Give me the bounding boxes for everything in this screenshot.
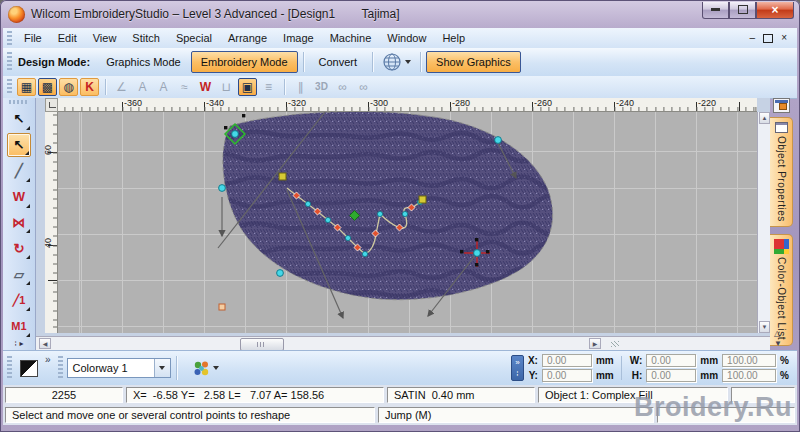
- stitch-count: 2255: [5, 387, 123, 403]
- h-field[interactable]: 0.00: [646, 369, 696, 382]
- colorway-select[interactable]: Colorway 1: [67, 358, 171, 378]
- knife-tool[interactable]: ╱: [7, 159, 31, 183]
- scroll-down-icon: ▼: [762, 324, 768, 330]
- menu-drag-handle[interactable]: [7, 31, 12, 45]
- close-button[interactable]: ×: [756, 2, 794, 19]
- toolbox-handle[interactable]: [9, 100, 28, 104]
- x-label: X:: [528, 355, 538, 366]
- h-label: H:: [630, 370, 643, 381]
- menu-machine[interactable]: Machine: [322, 30, 380, 46]
- y-label: Y:: [528, 370, 538, 381]
- effect-3d-icon[interactable]: 3D: [312, 78, 331, 96]
- reshape-tool[interactable]: ↖: [7, 133, 31, 157]
- program-split-icon[interactable]: ◍: [59, 78, 78, 96]
- select-tool[interactable]: ↖: [7, 107, 31, 131]
- w-unit: mm: [700, 355, 718, 366]
- scroll-right-icon: ▶: [593, 340, 598, 347]
- satin-lines-icon[interactable]: ≡: [259, 78, 278, 96]
- menu-arrange[interactable]: Arrange: [220, 30, 275, 46]
- colorway-dropdown-button[interactable]: [154, 359, 170, 377]
- tab-object-properties[interactable]: Object Properties: [770, 117, 793, 227]
- menu-edit[interactable]: Edit: [50, 30, 85, 46]
- menu-view[interactable]: View: [85, 30, 125, 46]
- lettering-b-icon[interactable]: A: [154, 78, 173, 96]
- scale-h-field[interactable]: 100.00: [722, 369, 776, 382]
- menu-stitch[interactable]: Stitch: [124, 30, 168, 46]
- menu-special[interactable]: Special: [168, 30, 220, 46]
- mixing-palette-button[interactable]: [190, 358, 222, 379]
- hoop-globe-button[interactable]: [378, 50, 415, 74]
- stitch-toolbar-handle[interactable]: [7, 79, 12, 94]
- properties-window-icon[interactable]: [773, 98, 790, 113]
- document-minimize-icon[interactable]: –: [750, 33, 756, 43]
- freehand-closed-tool[interactable]: ⋈: [7, 211, 31, 235]
- stipple-run-icon[interactable]: ∥: [291, 78, 310, 96]
- toolbox-overflow[interactable]: ⁞▸: [14, 339, 23, 350]
- freehand-run-tool[interactable]: W: [7, 185, 31, 209]
- vertical-ruler: 60 40: [45, 112, 58, 333]
- scroll-left-button[interactable]: ◀: [39, 338, 51, 349]
- polygon-icon: ▱: [14, 267, 24, 282]
- reshape-polygon-tool[interactable]: ▱: [7, 262, 31, 286]
- convert-button[interactable]: Convert: [309, 51, 368, 73]
- true-view-b-icon[interactable]: ∞: [354, 78, 373, 96]
- show-graphics-button[interactable]: Show Graphics: [426, 51, 521, 73]
- column-a-icon[interactable]: ∠: [112, 78, 131, 96]
- restore-button[interactable]: [729, 2, 756, 19]
- mode-toolbar-handle[interactable]: [7, 52, 12, 72]
- colorway-handle-2[interactable]: [58, 356, 63, 380]
- scroll-up-button[interactable]: ▲: [759, 112, 770, 124]
- dock-tabs: Object Properties Color-Object List △ ▼: [770, 98, 797, 350]
- menu-help[interactable]: Help: [434, 30, 473, 46]
- flexi-split-icon[interactable]: K: [80, 78, 99, 96]
- scroll-right-button[interactable]: ▶: [589, 338, 601, 349]
- menu-window[interactable]: Window: [379, 30, 434, 46]
- lettering-a-icon[interactable]: A: [133, 78, 152, 96]
- x-unit: mm: [596, 355, 614, 366]
- fill-stitch-icon[interactable]: ▦: [17, 78, 36, 96]
- embroidery-mode-button[interactable]: Embroidery Mode: [191, 51, 298, 73]
- scale-w-field[interactable]: 100.00: [722, 354, 776, 367]
- polyline-icon: M1: [11, 320, 26, 332]
- vertical-scrollbar[interactable]: ▲ ▼: [757, 112, 770, 333]
- embroidery-design: [58, 112, 757, 333]
- horizontal-ruler: -360 -340 -320 -300 -280 -260 -240 -220: [58, 98, 757, 112]
- overflow-dots-icon: ⁞: [14, 339, 16, 348]
- chip-chevron-icon: »: [515, 358, 519, 367]
- design-canvas[interactable]: [58, 112, 757, 333]
- panel-overflow-chip[interactable]: »⁞: [511, 355, 524, 381]
- digitize-line-tool[interactable]: ╱1: [7, 288, 31, 312]
- digitize-run-tool[interactable]: M1: [7, 314, 31, 338]
- tab-scroll-up-icon[interactable]: △: [774, 330, 782, 338]
- menu-file[interactable]: File: [16, 30, 50, 46]
- splitter-grip[interactable]: [611, 341, 619, 347]
- ruler-corner-button[interactable]: [45, 98, 58, 112]
- mirror-rotate-tool[interactable]: ↻: [7, 236, 31, 260]
- separator: [621, 356, 622, 380]
- design-mode-label: Design Mode:: [18, 56, 90, 68]
- colorway-handle[interactable]: [7, 356, 12, 380]
- stitch-info: SATIN 0.40 mm: [387, 387, 535, 403]
- object-properties-icon: [775, 122, 788, 133]
- graphics-mode-button[interactable]: Graphics Mode: [96, 51, 191, 73]
- document-restore-icon[interactable]: [763, 34, 773, 43]
- background-color-icon[interactable]: [20, 360, 38, 377]
- zigzag-stitch-icon[interactable]: W: [196, 78, 215, 96]
- menu-image[interactable]: Image: [275, 30, 322, 46]
- e-stitch-icon[interactable]: ⊔: [217, 78, 236, 96]
- x-field[interactable]: 0.00: [542, 354, 592, 367]
- true-view-a-icon[interactable]: ∞: [333, 78, 352, 96]
- y-field[interactable]: 0.00: [542, 369, 592, 382]
- ruler-label: -240: [616, 98, 634, 108]
- horizontal-scrollbar[interactable]: ◀ ▶: [36, 336, 770, 350]
- toolbar-overflow-icon[interactable]: »: [45, 351, 51, 365]
- scroll-down-button[interactable]: ▼: [759, 321, 770, 333]
- motif-fill-icon[interactable]: ▣: [238, 78, 257, 96]
- document-close-icon[interactable]: ×: [781, 33, 787, 43]
- w-field[interactable]: 0.00: [646, 354, 696, 367]
- run-stitch-icon[interactable]: ≈: [175, 78, 194, 96]
- minimize-button[interactable]: [702, 2, 729, 19]
- window-controls: ×: [702, 2, 794, 19]
- tatami-fill-icon[interactable]: ▩: [38, 78, 57, 96]
- tab-scroll-down-icon[interactable]: ▼: [774, 340, 782, 348]
